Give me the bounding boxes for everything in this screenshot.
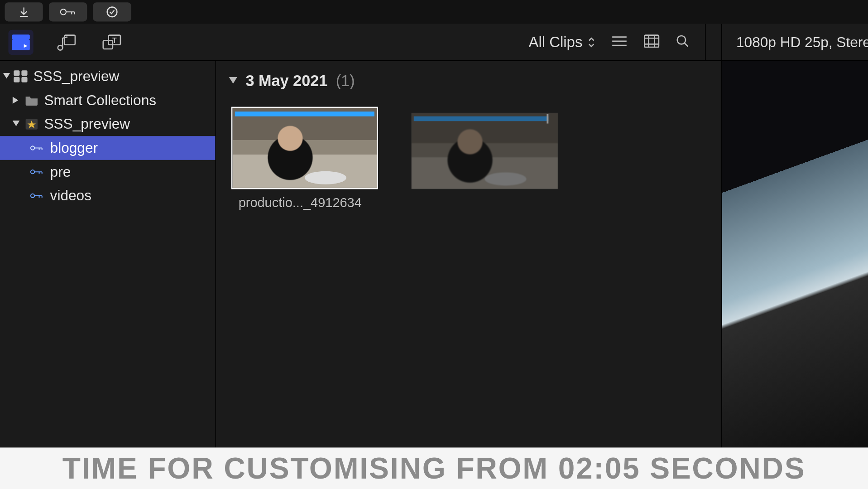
keyword-tag-icon: [30, 167, 43, 177]
keyword-label: videos: [50, 187, 91, 204]
thumbnail-image: [411, 113, 558, 189]
svg-marker-17: [13, 97, 19, 104]
svg-point-21: [31, 146, 34, 150]
viewer-canvas[interactable]: [722, 61, 868, 447]
library-tabs: T: [0, 29, 124, 54]
filmstrip-icon: [643, 34, 660, 48]
checkmark-circle-icon: [106, 5, 119, 19]
clip-filter-label: All Clips: [528, 34, 582, 51]
keyword-tag-icon: [30, 191, 43, 200]
search-button[interactable]: [676, 34, 690, 50]
keyword-tag-icon: [30, 143, 43, 153]
clip-filter-dropdown[interactable]: All Clips: [528, 34, 595, 51]
music-photos-icon: [56, 33, 77, 51]
disclosure-triangle-icon[interactable]: [229, 77, 237, 85]
svg-point-11: [677, 35, 686, 44]
titles-library-tab[interactable]: T: [99, 29, 124, 54]
clip-name-label: productio..._4912634: [231, 195, 378, 211]
clip-drag-ghost: [411, 113, 556, 189]
clip-thumbnail: [411, 113, 558, 189]
browser-toolbar-right: All Clips 1080p HD 25p, Stereo: [528, 24, 868, 60]
background-tasks-button[interactable]: [93, 2, 131, 21]
video-caption-overlay: TIME FOR CUSTOMISING FROM 02:05 SECONDS: [0, 447, 868, 489]
date-label: 3 May 2021: [245, 72, 327, 90]
smart-collections-row[interactable]: Smart Collections: [0, 88, 215, 112]
clip-browser: 3 May 2021 (1) productio..._4912634: [216, 61, 721, 447]
clip-thumbnail[interactable]: [231, 107, 378, 189]
filmstrip-view-button[interactable]: [643, 34, 660, 50]
folder-icon: [25, 95, 38, 106]
toolbar-separator: [705, 24, 706, 60]
svg-rect-13: [14, 70, 19, 76]
keyword-label: pre: [50, 164, 71, 180]
caption-text: TIME FOR CUSTOMISING FROM 02:05 SECONDS: [62, 451, 806, 485]
svg-point-23: [31, 194, 34, 198]
library-row[interactable]: SSS_preview: [0, 64, 215, 88]
svg-point-22: [31, 170, 34, 174]
clip-used-range-bar: [235, 111, 374, 116]
svg-rect-15: [14, 77, 19, 82]
keyword-row-videos[interactable]: videos: [0, 184, 215, 208]
keyword-row-blogger[interactable]: blogger: [0, 136, 215, 160]
svg-point-0: [61, 9, 66, 15]
keyword-editor-button[interactable]: [49, 2, 87, 21]
download-arrow-icon: [18, 6, 29, 18]
list-view-icon: [611, 34, 628, 48]
svg-rect-3: [12, 34, 29, 39]
library-toolbar: T All Clips 1080p HD 25p, Stereo: [0, 24, 868, 61]
library-sidebar: SSS_preview Smart Collections SSS_previe…: [0, 61, 216, 447]
viewer-panel: [721, 61, 868, 447]
project-format-label: 1080p HD 25p, Stereo: [721, 24, 868, 60]
svg-rect-14: [21, 70, 27, 76]
thumbnail-image: [232, 108, 377, 188]
event-name-label: SSS_preview: [44, 116, 130, 132]
skimmer-playhead: [547, 114, 548, 123]
smart-collections-label: Smart Collections: [44, 92, 156, 109]
svg-marker-18: [13, 121, 20, 126]
main-area: SSS_preview Smart Collections SSS_previe…: [0, 61, 868, 447]
import-button[interactable]: [5, 2, 43, 21]
titles-icon: T: [101, 33, 122, 51]
list-view-button[interactable]: [611, 34, 628, 50]
disclosure-triangle-icon[interactable]: [11, 121, 22, 128]
svg-rect-10: [644, 35, 659, 47]
search-icon: [676, 34, 690, 48]
svg-rect-16: [21, 77, 27, 82]
disclosure-triangle-icon[interactable]: [1, 73, 12, 80]
keyword-row-pre[interactable]: pre: [0, 160, 215, 184]
event-row[interactable]: SSS_preview: [0, 112, 215, 136]
event-star-icon: [25, 118, 38, 130]
date-group-header[interactable]: 3 May 2021 (1): [216, 72, 721, 90]
library-name-label: SSS_preview: [34, 68, 120, 85]
media-library-tab[interactable]: [8, 29, 33, 54]
svg-rect-2: [12, 39, 29, 50]
clapperboard-icon: [11, 33, 31, 51]
library-grid-icon: [13, 70, 29, 83]
svg-point-6: [58, 45, 63, 50]
updown-chevron-icon: [587, 36, 595, 48]
clip-count-label: (1): [336, 72, 355, 90]
key-icon: [60, 6, 77, 17]
clip-item[interactable]: productio..._4912634: [231, 107, 378, 211]
svg-rect-5: [64, 35, 75, 44]
svg-marker-24: [229, 77, 237, 83]
clip-used-range-bar: [414, 116, 549, 121]
keyword-label: blogger: [50, 140, 98, 156]
clip-grid: productio..._4912634: [216, 90, 721, 107]
svg-point-1: [107, 7, 117, 17]
window-top-strip: [0, 0, 868, 24]
disclosure-triangle-icon[interactable]: [11, 97, 22, 104]
svg-marker-12: [3, 73, 10, 79]
audio-library-tab[interactable]: [53, 29, 78, 54]
project-format-text: 1080p HD 25p, Stereo: [736, 34, 868, 50]
